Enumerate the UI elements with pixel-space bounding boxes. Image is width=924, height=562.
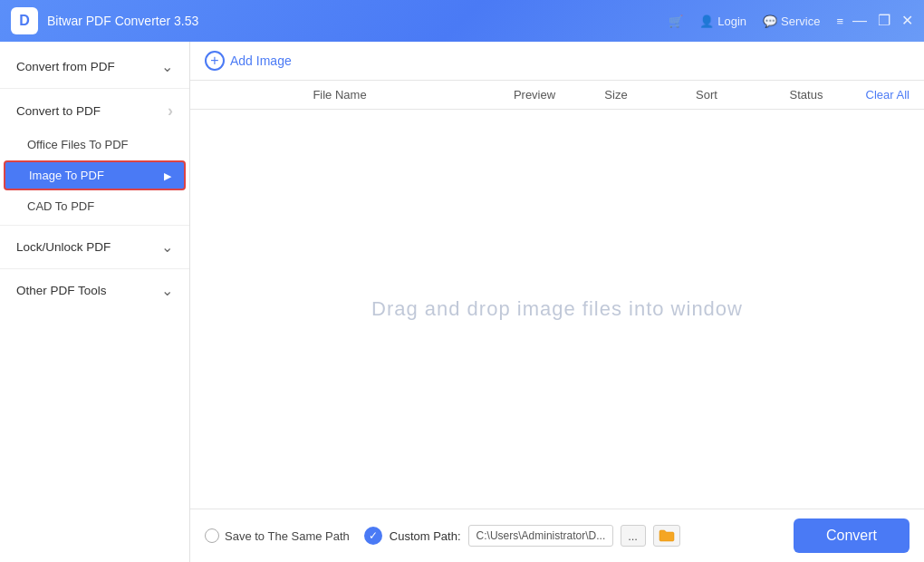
cart-icon[interactable]: 🛒 bbox=[669, 15, 683, 28]
app-logo: D bbox=[11, 7, 38, 34]
folder-browse-button[interactable] bbox=[653, 525, 680, 547]
add-image-label: Add Image bbox=[230, 53, 292, 68]
drop-zone[interactable]: Drag and drop image files into window bbox=[190, 110, 924, 509]
cad-to-pdf-label: CAD To PDF bbox=[27, 199, 94, 213]
checkmark-icon: ✓ bbox=[364, 527, 382, 545]
divider-3 bbox=[0, 268, 189, 269]
minimize-button[interactable]: — bbox=[852, 14, 867, 28]
lock-unlock-label: Lock/Unlock PDF bbox=[16, 240, 111, 254]
add-image-button[interactable]: + Add Image bbox=[205, 51, 292, 71]
convert-from-pdf-label: Convert from PDF bbox=[16, 60, 115, 73]
toolbar: + Add Image bbox=[190, 42, 924, 81]
arrow-right-icon bbox=[164, 169, 171, 182]
sidebar-item-convert-from-pdf[interactable]: Convert from PDF bbox=[0, 49, 189, 84]
sidebar-item-office-to-pdf[interactable]: Office Files To PDF bbox=[0, 130, 189, 160]
logo-letter: D bbox=[19, 13, 30, 29]
col-size: Size bbox=[580, 88, 652, 102]
image-to-pdf-label: Image To PDF bbox=[29, 169, 104, 182]
divider-2 bbox=[0, 225, 189, 226]
sidebar-item-convert-to-pdf[interactable]: Convert to PDF bbox=[0, 92, 189, 130]
sidebar-item-cad-to-pdf[interactable]: CAD To PDF bbox=[0, 191, 189, 221]
service-label: Service bbox=[781, 15, 820, 28]
titlebar-actions: 🛒 👤 Login 💬 Service ≡ bbox=[669, 15, 843, 28]
chevron-right-icon bbox=[168, 102, 173, 121]
office-to-pdf-label: Office Files To PDF bbox=[27, 138, 129, 151]
chevron-down-icon bbox=[161, 58, 173, 75]
chevron-down-icon-2 bbox=[161, 238, 173, 256]
custom-path-section: ✓ Custom Path: ... bbox=[364, 525, 779, 547]
restore-button[interactable]: ❐ bbox=[878, 14, 890, 28]
path-input[interactable] bbox=[468, 525, 613, 547]
same-path-label: Save to The Same Path bbox=[225, 529, 350, 543]
dots-label: ... bbox=[628, 529, 638, 543]
login-button[interactable]: 👤 Login bbox=[699, 15, 746, 28]
sidebar-item-lock-unlock[interactable]: Lock/Unlock PDF bbox=[0, 229, 189, 265]
other-tools-label: Other PDF Tools bbox=[16, 284, 107, 297]
chevron-down-icon-3 bbox=[161, 282, 173, 299]
sidebar-item-other-tools[interactable]: Other PDF Tools bbox=[0, 273, 189, 308]
divider-1 bbox=[0, 88, 189, 89]
radio-same-path[interactable] bbox=[205, 528, 219, 543]
user-icon: 👤 bbox=[699, 15, 714, 28]
sidebar: Convert from PDF Convert to PDF Office F… bbox=[0, 42, 190, 562]
titlebar: D Bitwar PDF Converter 3.53 🛒 👤 Login 💬 … bbox=[0, 0, 924, 42]
convert-to-pdf-label: Convert to PDF bbox=[16, 104, 101, 118]
col-sort: Sort bbox=[652, 88, 761, 102]
service-button[interactable]: 💬 Service bbox=[763, 15, 820, 28]
browse-dots-button[interactable]: ... bbox=[621, 525, 646, 547]
same-path-option[interactable]: Save to The Same Path bbox=[205, 528, 350, 543]
login-label: Login bbox=[717, 15, 746, 28]
folder-icon bbox=[659, 529, 675, 542]
drop-message: Drag and drop image files into window bbox=[371, 297, 743, 321]
bottom-bar: Save to The Same Path ✓ Custom Path: ...… bbox=[190, 509, 924, 562]
plus-icon: + bbox=[205, 51, 225, 71]
col-status: Status bbox=[761, 88, 852, 102]
main-layout: Convert from PDF Convert to PDF Office F… bbox=[0, 42, 924, 562]
app-title: Bitwar PDF Converter 3.53 bbox=[47, 14, 669, 28]
col-preview: Preview bbox=[489, 88, 580, 102]
hamburger-icon[interactable]: ≡ bbox=[836, 15, 843, 28]
col-filename: File Name bbox=[190, 88, 489, 102]
message-icon: 💬 bbox=[763, 15, 777, 28]
window-buttons: — ❐ ✕ bbox=[852, 14, 913, 28]
sidebar-item-image-to-pdf[interactable]: Image To PDF bbox=[4, 160, 186, 190]
content-area: + Add Image File Name Preview Size Sort … bbox=[190, 42, 924, 562]
table-header: File Name Preview Size Sort Status Clear… bbox=[190, 81, 924, 110]
custom-path-label: Custom Path: bbox=[390, 529, 461, 543]
convert-button[interactable]: Convert bbox=[794, 518, 910, 553]
clear-all-button[interactable]: Clear All bbox=[852, 88, 924, 102]
close-button[interactable]: ✕ bbox=[901, 14, 913, 28]
